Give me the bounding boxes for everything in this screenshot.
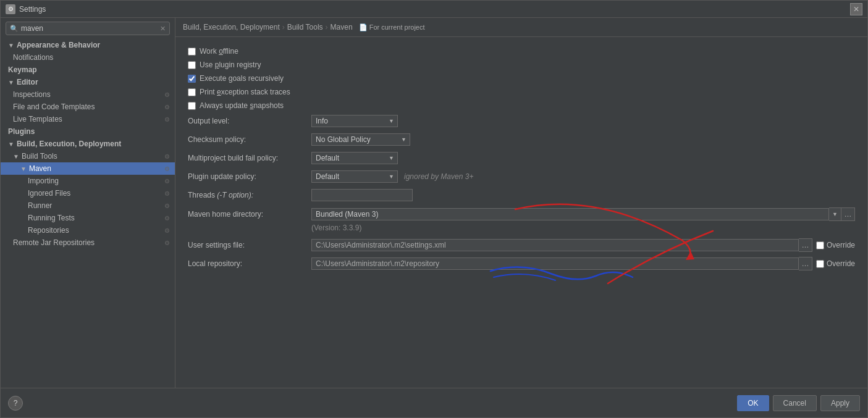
checkbox-always-update: Always update snapshots — [188, 101, 855, 110]
title-bar: ⚙ Settings ✕ — [1, 1, 867, 18]
sidebar-arrow-build-tools: ▼ — [13, 153, 19, 160]
sidebar-label-plugins: Plugins — [8, 127, 35, 136]
sidebar-item-live-templates[interactable]: Live Templates⚙ — [1, 113, 175, 125]
sidebar-config-icon-build-tools: ⚙ — [164, 153, 170, 160]
local-repo-input[interactable] — [311, 257, 799, 270]
user-settings-row: User settings file: … Override — [188, 238, 855, 252]
maven-version-text: (Version: 3.3.9) — [311, 224, 855, 232]
local-repo-override-label: Override — [827, 259, 855, 268]
apply-button[interactable]: Apply — [820, 395, 860, 411]
sidebar-item-plugins[interactable]: Plugins — [1, 125, 175, 138]
checkbox-work-offline: Work offline — [188, 47, 855, 56]
output-level-select-wrap: Info Debug Error — [311, 115, 398, 127]
close-button[interactable]: ✕ — [850, 3, 862, 15]
maven-home-select[interactable]: Bundled (Maven 3) — [311, 208, 829, 220]
sidebar-label-build-execution: Build, Execution, Deployment — [17, 140, 121, 148]
search-input[interactable] — [21, 24, 160, 33]
sidebar-item-inspections[interactable]: Inspections⚙ — [1, 88, 175, 101]
sidebar-item-build-execution[interactable]: ▼Build, Execution, Deployment — [1, 138, 175, 150]
work-offline-checkbox[interactable] — [188, 48, 196, 56]
use-plugin-registry-label: Use plugin registry — [200, 61, 261, 69]
sidebar-item-keymap[interactable]: Keymap — [1, 64, 175, 76]
breadcrumb-part-2: Build Tools — [287, 23, 323, 31]
sidebar: 🔍 ✕ ▼Appearance & BehaviorNotificationsK… — [1, 18, 175, 388]
sidebar-config-icon-file-code-templates: ⚙ — [164, 104, 170, 111]
output-level-label: Output level: — [188, 117, 311, 125]
user-settings-browse-button[interactable]: … — [799, 238, 812, 252]
sidebar-arrow-appearance: ▼ — [8, 42, 14, 49]
output-level-select[interactable]: Info Debug Error — [311, 115, 398, 127]
plugin-update-select[interactable]: Default Always Never Interval — [311, 170, 398, 183]
cancel-button[interactable]: Cancel — [773, 395, 817, 411]
sidebar-tree: ▼Appearance & BehaviorNotificationsKeyma… — [1, 39, 175, 249]
ok-button[interactable]: OK — [737, 395, 769, 411]
sidebar-config-icon-inspections: ⚙ — [164, 91, 170, 98]
sidebar-item-running-tests[interactable]: Running Tests⚙ — [1, 212, 175, 224]
sidebar-item-appearance[interactable]: ▼Appearance & Behavior — [1, 39, 175, 51]
always-update-label: Always update snapshots — [200, 101, 284, 110]
local-repo-label: Local repository: — [188, 259, 311, 268]
maven-home-row: Maven home directory: Bundled (Maven 3) … — [188, 207, 855, 221]
local-repo-override: Override — [816, 259, 855, 268]
maven-home-label: Maven home directory: — [188, 210, 311, 219]
sidebar-item-build-tools[interactable]: ▼Build Tools⚙ — [1, 150, 175, 162]
local-repo-browse-button[interactable]: … — [799, 257, 812, 270]
search-clear-icon[interactable]: ✕ — [160, 25, 166, 33]
sidebar-item-ignored-files[interactable]: Ignored Files⚙ — [1, 187, 175, 199]
sidebar-item-repositories[interactable]: Repositories⚙ — [1, 224, 175, 236]
local-repo-override-checkbox[interactable] — [816, 260, 824, 268]
breadcrumb-project-note: 📄 For current project — [359, 23, 425, 31]
main-content: 🔍 ✕ ▼Appearance & BehaviorNotificationsK… — [1, 18, 867, 388]
sidebar-label-repositories: Repositories — [28, 226, 69, 235]
multiproject-fail-select-wrap: Default Fail At End Fail Never Fail Fast — [311, 152, 398, 164]
work-offline-label: Work offline — [200, 47, 238, 56]
search-box[interactable]: 🔍 ✕ — [6, 22, 170, 35]
breadcrumb-sep-2: › — [326, 23, 328, 31]
print-exception-checkbox[interactable] — [188, 88, 196, 96]
maven-home-dropdown-button[interactable]: ▼ — [829, 207, 841, 221]
sidebar-item-file-code-templates[interactable]: File and Code Templates⚙ — [1, 101, 175, 113]
sidebar-label-ignored-files: Ignored Files — [28, 189, 70, 198]
checksum-policy-select[interactable]: No Global Policy Warn Fail Ignore — [311, 133, 410, 146]
checkbox-print-exception: Print exception stack traces — [188, 88, 855, 96]
user-settings-input[interactable] — [311, 239, 799, 251]
threads-row: Threads (-T option): — [188, 189, 855, 201]
sidebar-arrow-maven: ▼ — [20, 165, 27, 172]
maven-home-browse-button[interactable]: … — [841, 207, 855, 221]
use-plugin-registry-checkbox[interactable] — [188, 61, 196, 69]
sidebar-label-build-tools: Build Tools — [22, 152, 57, 161]
threads-input[interactable] — [311, 189, 413, 201]
user-settings-override-checkbox[interactable] — [816, 241, 824, 249]
app-icon: ⚙ — [6, 4, 15, 14]
sidebar-config-icon-importing: ⚙ — [164, 178, 170, 185]
sidebar-config-icon-running-tests: ⚙ — [164, 215, 170, 222]
help-button[interactable]: ? — [8, 396, 23, 411]
output-level-row: Output level: Info Debug Error — [188, 115, 855, 127]
always-update-checkbox[interactable] — [188, 102, 196, 110]
sidebar-arrow-build-execution: ▼ — [8, 141, 14, 148]
sidebar-item-maven[interactable]: ▼Maven⚙ — [1, 162, 175, 175]
multiproject-fail-select[interactable]: Default Fail At End Fail Never Fail Fast — [311, 152, 398, 164]
sidebar-item-remote-jar[interactable]: Remote Jar Repositories⚙ — [1, 236, 175, 249]
maven-home-select-wrap: Bundled (Maven 3) ▼ … — [311, 207, 855, 221]
bottom-bar: ? OK Cancel Apply — [1, 388, 867, 417]
checksum-policy-label: Checksum policy: — [188, 135, 311, 144]
threads-label: Threads (-T option): — [188, 191, 311, 199]
sidebar-item-notifications[interactable]: Notifications — [1, 51, 175, 64]
sidebar-label-live-templates: Live Templates — [13, 115, 62, 123]
settings-window: ⚙ Settings ✕ 🔍 ✕ ▼Appearance & BehaviorN… — [0, 0, 868, 418]
settings-area: Work offline Use plugin registry Execute… — [175, 37, 867, 388]
sidebar-item-runner[interactable]: Runner⚙ — [1, 199, 175, 212]
sidebar-label-remote-jar: Remote Jar Repositories — [13, 238, 95, 247]
sidebar-label-appearance: Appearance & Behavior — [17, 41, 100, 49]
sidebar-config-icon-maven: ⚙ — [164, 165, 170, 172]
sidebar-item-importing[interactable]: Importing⚙ — [1, 175, 175, 187]
multiproject-fail-label: Multiproject build fail policy: — [188, 154, 311, 162]
sidebar-item-editor[interactable]: ▼Editor — [1, 76, 175, 88]
breadcrumb: Build, Execution, Deployment › Build Too… — [175, 18, 867, 37]
sidebar-label-file-code-templates: File and Code Templates — [13, 102, 95, 111]
execute-goals-checkbox[interactable] — [188, 75, 196, 83]
user-settings-input-wrap: … — [311, 238, 812, 252]
plugin-update-select-wrap: Default Always Never Interval — [311, 170, 398, 183]
breadcrumb-part-3: Maven — [331, 23, 353, 31]
